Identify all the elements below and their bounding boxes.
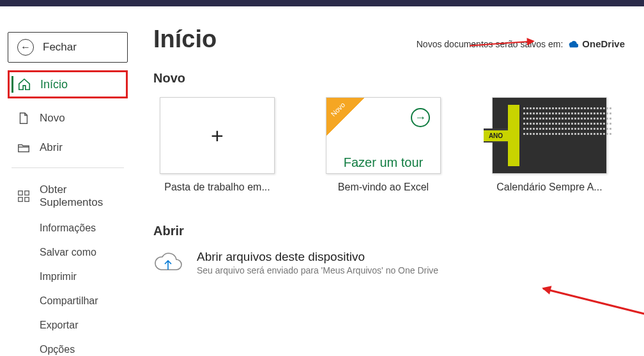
save-target: OneDrive xyxy=(582,38,625,49)
svg-rect-3 xyxy=(25,197,29,201)
sidebar-item-export[interactable]: Exportar xyxy=(8,314,128,336)
svg-rect-2 xyxy=(19,197,22,201)
plus-icon: + xyxy=(211,123,224,148)
svg-rect-0 xyxy=(19,190,22,194)
addins-label: Obter Suplementos xyxy=(40,183,119,208)
section-new-heading: Novo xyxy=(153,71,631,86)
calendar-label: Calendário Sempre A... xyxy=(486,182,613,193)
home-label: Início xyxy=(40,78,68,91)
home-icon xyxy=(17,77,31,91)
new-badge: Novo xyxy=(326,98,365,136)
sidebar: ← Fechar Início Novo Abrir Obter Supleme… xyxy=(0,6,134,356)
sidebar-item-home[interactable]: Início xyxy=(8,70,128,98)
open-from-device[interactable]: Abrir arquivos deste dispositivo Seu arq… xyxy=(153,250,631,275)
title-bar xyxy=(0,0,644,6)
calendar-year-badge: ANO xyxy=(484,130,508,141)
welcome-thumb: Novo → Fazer um tour xyxy=(326,97,441,174)
template-welcome[interactable]: Novo → Fazer um tour Bem-vindo ao Excel xyxy=(319,97,447,193)
sidebar-item-new[interactable]: Novo xyxy=(8,105,128,132)
sidebar-item-options[interactable]: Opções xyxy=(8,339,128,356)
arrow-right-icon: → xyxy=(411,108,430,127)
new-label: Novo xyxy=(40,112,65,125)
calendar-top: ANO xyxy=(484,128,508,143)
calendar-thumb: ANO xyxy=(492,97,607,174)
sidebar-divider xyxy=(12,167,124,168)
cloud-upload-icon xyxy=(153,251,183,275)
template-blank[interactable]: + Pasta de trabalho em... xyxy=(153,97,281,193)
template-calendar[interactable]: ANO Calendário Sempre A... xyxy=(486,97,613,193)
onedrive-icon xyxy=(567,40,578,49)
sidebar-item-print[interactable]: Imprimir xyxy=(8,266,128,288)
welcome-label: Bem-vindo ao Excel xyxy=(319,182,447,193)
svg-rect-1 xyxy=(25,190,29,194)
save-location-notice: Novos documentos serão salvos em: OneDri… xyxy=(417,38,625,49)
open-device-title: Abrir arquivos deste dispositivo xyxy=(197,250,438,264)
open-device-subtitle: Seu arquivo será enviado para 'Meus Arqu… xyxy=(197,265,438,275)
grid-icon xyxy=(17,189,31,203)
annotation-arrow-2 xyxy=(543,288,644,320)
template-row: + Pasta de trabalho em... Novo → Fazer u… xyxy=(153,97,631,193)
main-content: Início Novos documentos serão salvos em:… xyxy=(134,6,644,356)
sidebar-item-addins[interactable]: Obter Suplementos xyxy=(8,177,128,215)
blank-thumb: + xyxy=(160,97,275,174)
blank-label: Pasta de trabalho em... xyxy=(153,182,281,193)
close-label: Fechar xyxy=(43,41,77,54)
welcome-text: Fazer um tour xyxy=(344,155,423,169)
sidebar-item-saveas[interactable]: Salvar como xyxy=(8,242,128,263)
sidebar-item-open[interactable]: Abrir xyxy=(8,134,128,161)
section-open-heading: Abrir xyxy=(153,224,631,238)
sidebar-item-share[interactable]: Compartilhar xyxy=(8,290,128,312)
back-arrow-icon: ← xyxy=(17,39,34,56)
document-icon xyxy=(17,111,31,125)
close-button[interactable]: ← Fechar xyxy=(8,32,128,63)
sidebar-item-info[interactable]: Informações xyxy=(8,217,128,239)
folder-open-icon xyxy=(17,141,31,155)
open-label: Abrir xyxy=(40,141,63,154)
